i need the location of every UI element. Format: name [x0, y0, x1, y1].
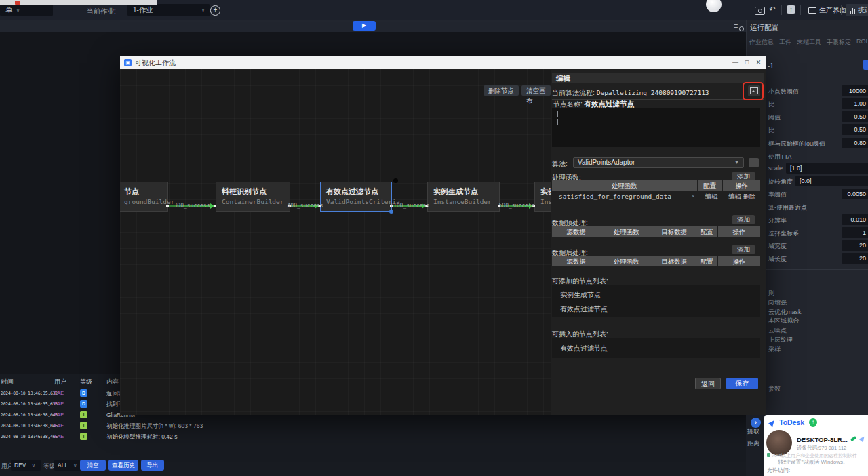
option-label[interactable]: 采样: [768, 345, 781, 354]
user-avatar[interactable]: [706, 0, 722, 12]
option-label[interactable]: 则: [768, 289, 774, 298]
node-editor-panel: 编辑 当前算法流程: Depalletizing_240809190727113…: [551, 69, 766, 415]
statistics-button[interactable]: 统计: [846, 4, 868, 16]
param-input[interactable]: [0.0]: [795, 176, 868, 186]
close-icon[interactable]: ✕: [753, 56, 764, 69]
param-input[interactable]: 1: [842, 227, 868, 238]
modal-titlebar[interactable]: ▣ 可视化工作流 — □ ✕: [120, 56, 766, 69]
edge-port[interactable]: [166, 205, 169, 207]
func-name-select[interactable]: satisfied_for_foreground_data∨: [552, 191, 699, 202]
minimize-icon[interactable]: —: [730, 56, 741, 69]
camera-icon[interactable]: [755, 7, 765, 15]
param-input[interactable]: 0.80: [842, 138, 868, 148]
add-job-button[interactable]: +: [210, 5, 220, 16]
todesk-window[interactable]: ToDesk ↑ DESKTOP-8LR... 设备代码:979 081 112…: [764, 415, 868, 476]
param-input[interactable]: 20: [842, 253, 868, 264]
chevron-down-icon: ∨: [73, 463, 77, 468]
node-valid-points-criteria[interactable]: 有效点过滤节点 ValidPointsCriteria: [320, 182, 392, 212]
clipped-label: 距离: [747, 439, 764, 448]
func-edit-link[interactable]: 编辑: [728, 193, 741, 200]
chevron-down-icon: ∨: [32, 463, 35, 468]
log-user: FAE: [54, 433, 64, 439]
back-button[interactable]: 返回: [695, 378, 721, 389]
add-preprocess-button[interactable]: 添加: [732, 215, 755, 224]
node-container-builder[interactable]: 料框识别节点 ContainerBuilder: [216, 182, 290, 212]
remote-cursor-icon[interactable]: [859, 435, 866, 442]
todesk-allow-label: 允许访问:: [767, 467, 790, 474]
tab-hand-eye[interactable]: 手眼标定: [827, 38, 851, 47]
node-background-builder[interactable]: 节点 groundBuilder: [120, 182, 168, 212]
node-name-value: 有效点过滤节点: [585, 100, 635, 108]
menu-select[interactable]: 单∨: [0, 4, 53, 16]
filter-settings-icon[interactable]: ≡: [734, 22, 738, 31]
param-input[interactable]: 1.00: [842, 98, 868, 109]
log-clear-button[interactable]: 清空: [80, 460, 106, 471]
param-label: 使用TTA: [768, 153, 791, 161]
log-user: FAE: [54, 422, 64, 429]
algorithm-select[interactable]: ValidPointsAdaptor▼: [573, 157, 744, 168]
log-level-filter-select[interactable]: ALL ∨: [54, 460, 81, 471]
option-label[interactable]: 向增强: [768, 298, 787, 307]
param-input[interactable]: 0.0050: [842, 189, 868, 199]
workflow-canvas[interactable]: 删除节点 清空画布 节点 groundBuilder 料框识别节点 Contai…: [120, 69, 551, 415]
algorithm-extra-button[interactable]: [749, 158, 759, 167]
save-button[interactable]: 保存: [726, 378, 758, 389]
node-description-textarea[interactable]: [552, 108, 760, 147]
param-input[interactable]: 0.50: [842, 111, 868, 122]
todesk-device-name: DESKTOP-8LR...: [797, 436, 848, 443]
tab-roi[interactable]: ROI: [856, 38, 867, 47]
expand-chevron-button[interactable]: ›: [751, 418, 761, 428]
clipped-blue-button[interactable]: [863, 60, 868, 70]
param-input[interactable]: 0.50: [842, 124, 868, 135]
edge-label: 500_success: [496, 203, 537, 209]
delete-node-button[interactable]: 删除节点: [484, 85, 519, 96]
run-play-button[interactable]: ▶: [353, 21, 376, 31]
tab-end-tool[interactable]: 末端工具: [797, 38, 821, 47]
log-user-filter-select[interactable]: DEV ∨: [11, 460, 41, 471]
node-name-label: 节点名称:: [553, 100, 583, 108]
production-view-button[interactable]: 生产界面: [804, 4, 850, 16]
selected-node-port[interactable]: [389, 210, 393, 214]
todesk-brand: ToDesk: [779, 418, 804, 427]
add-func-button[interactable]: 添加: [732, 172, 755, 181]
log-header-user: 用户: [54, 378, 66, 386]
log-export-button[interactable]: 导出: [141, 460, 164, 471]
func-delete-link[interactable]: 删除: [743, 193, 756, 200]
tab-job-info[interactable]: 作业信息: [749, 38, 774, 47]
param-input[interactable]: 10000: [842, 85, 868, 96]
param-label: 比: [768, 126, 774, 135]
addable-node-item[interactable]: 实例生成节点: [560, 290, 601, 300]
target-col-header: 目标数据: [652, 226, 696, 237]
log-row[interactable]: 2024-08-10 13:46:38,046 FAE I 初始化推理图片尺寸(…: [0, 420, 753, 431]
todesk-upgrade-icon[interactable]: ↑: [809, 418, 817, 427]
func-config-edit-link[interactable]: 编辑: [700, 191, 724, 202]
node-instance-builder[interactable]: 实例生成节点 InstanceBuilder: [427, 182, 500, 212]
export-icon[interactable]: ↑: [787, 5, 795, 14]
insertable-node-item[interactable]: 有效点过滤节点: [560, 344, 608, 353]
option-label[interactable]: 云优化mask: [768, 308, 802, 317]
param-input[interactable]: 0.010: [842, 214, 868, 225]
option-label[interactable]: 云噪点: [768, 326, 787, 335]
log-row[interactable]: 2024-08-10 13:46:38,465 FAE I 初始化模型推理耗时:…: [0, 431, 753, 442]
phone-icon[interactable]: [850, 436, 856, 441]
log-content: 初始化模型推理耗时: 0.42 s: [106, 433, 177, 441]
target-col-header: 目标数据: [652, 256, 696, 266]
func-col-header: 处理函数: [601, 226, 652, 237]
log-history-button[interactable]: 查看历史: [108, 460, 138, 471]
undo-icon[interactable]: ↶: [769, 5, 776, 14]
param-input[interactable]: 20: [842, 240, 868, 251]
clear-canvas-button[interactable]: 清空画布: [521, 85, 551, 96]
shield-icon: [767, 453, 770, 457]
production-view-label: 生产界面: [819, 5, 846, 15]
log-level-badge: I: [80, 433, 87, 440]
option-label[interactable]: 上层纹理: [768, 336, 793, 344]
source-col-header: 源数据: [552, 226, 601, 237]
job-select[interactable]: 1-作业∨: [127, 4, 210, 16]
add-postprocess-button[interactable]: 添加: [732, 245, 755, 254]
addable-node-item[interactable]: 有效点过滤节点: [560, 304, 608, 314]
option-label[interactable]: 本区域拟合: [768, 317, 799, 325]
tab-workpiece[interactable]: 工件: [779, 38, 791, 47]
addable-node-list: 实例生成节点 有效点过滤节点: [552, 285, 760, 317]
param-input[interactable]: [1.0]: [786, 163, 868, 174]
maximize-icon[interactable]: □: [742, 56, 752, 69]
